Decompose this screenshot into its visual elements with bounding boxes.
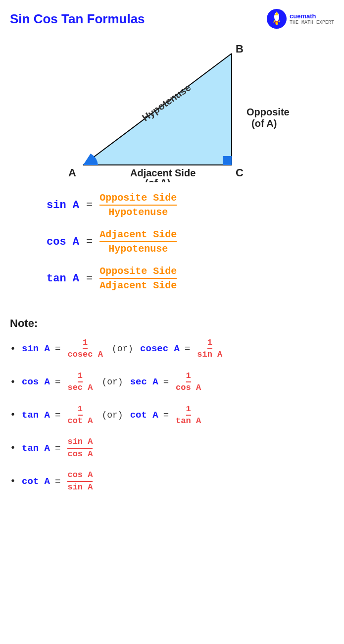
sin-lhs: sin A — [30, 199, 79, 212]
note-tan-frac: 1 cot A — [67, 404, 93, 427]
note-cot2-lhs: cot A — [22, 476, 50, 487]
bullet-2: • — [10, 376, 16, 388]
logo: cuemath THE MATH EXPERT — [267, 9, 334, 29]
note-cosec-frac: 1 sin A — [197, 338, 222, 360]
formulas-section: sin A = Opposite Side Hypotenuse cos A =… — [0, 182, 344, 312]
note-cosec-lhs: cosec A — [140, 343, 180, 354]
bullet-3: • — [10, 409, 16, 421]
note-item-tan2: • tan A = sin A cos A — [10, 437, 334, 459]
cos-fraction: Adjacent Side Hypotenuse — [99, 229, 177, 255]
note-item-cot: • cot A = cos A sin A — [10, 470, 334, 492]
note-tan-or: (or) — [101, 410, 123, 420]
note-tan-lhs: tan A — [22, 410, 50, 421]
svg-text:Adjacent Side: Adjacent Side — [130, 167, 196, 178]
formula-sin: sin A = Opposite Side Hypotenuse — [30, 192, 314, 218]
note-item-cos: • cos A = 1 sec A (or) sec A = 1 cos A — [10, 371, 334, 393]
svg-text:A: A — [68, 166, 76, 179]
note-cos-frac: 1 sec A — [67, 371, 93, 393]
note-section: Note: • sin A = 1 cosec A (or) cosec A =… — [0, 312, 344, 513]
sin-denominator: Hypotenuse — [108, 206, 168, 218]
note-tan2-lhs: tan A — [22, 443, 50, 454]
note-item-sin: • sin A = 1 cosec A (or) cosec A = 1 sin… — [10, 338, 334, 360]
note-cot-lhs: cot A — [130, 410, 158, 421]
header: Sin Cos Tan Formulas cuemath THE MATH EX… — [0, 0, 344, 34]
formula-cos: cos A = Adjacent Side Hypotenuse — [30, 229, 314, 255]
note-cos-or: (or) — [101, 377, 123, 387]
sin-equals: = — [86, 199, 93, 212]
cos-lhs: cos A — [30, 236, 79, 248]
note-cot-frac: 1 tan A — [176, 404, 201, 427]
svg-text:(of A): (of A) — [145, 177, 170, 182]
sin-numerator: Opposite Side — [99, 192, 177, 206]
note-sec-frac: 1 cos A — [176, 371, 201, 393]
tan-denominator: Adjacent Side — [99, 279, 177, 291]
note-sin-or: (or) — [112, 344, 133, 354]
bullet-5: • — [10, 476, 16, 487]
svg-point-6 — [276, 22, 278, 25]
formula-tan: tan A = Opposite Side Adjacent Side — [30, 266, 314, 291]
cuemath-logo-icon — [267, 9, 287, 29]
bullet-1: • — [10, 343, 16, 355]
note-title: Note: — [10, 317, 334, 330]
note-sin-lhs: sin A — [22, 343, 50, 354]
note-cot2-frac: cos A sin A — [67, 470, 93, 492]
cos-equals: = — [86, 236, 93, 248]
page-title: Sin Cos Tan Formulas — [10, 11, 145, 27]
tan-numerator: Opposite Side — [99, 266, 177, 279]
note-tan2-frac: sin A cos A — [67, 437, 93, 459]
svg-rect-11 — [223, 156, 232, 165]
svg-text:B: B — [236, 43, 244, 55]
svg-text:(of A): (of A) — [251, 118, 277, 129]
note-item-tan: • tan A = 1 cot A (or) cot A = 1 tan A — [10, 404, 334, 427]
cos-denominator: Hypotenuse — [108, 242, 168, 255]
tan-lhs: tan A — [30, 272, 79, 285]
note-cos-lhs: cos A — [22, 376, 50, 387]
sin-fraction: Opposite Side Hypotenuse — [99, 192, 177, 218]
note-sin-frac: 1 cosec A — [67, 338, 102, 360]
triangle-diagram: Hypotenuse A B C Opposite Side (of A) Ad… — [0, 34, 344, 182]
cos-numerator: Adjacent Side — [99, 229, 177, 242]
triangle-svg: Hypotenuse A B C Opposite Side (of A) Ad… — [53, 39, 291, 182]
logo-text-block: cuemath THE MATH EXPERT — [290, 12, 334, 26]
svg-text:C: C — [236, 166, 244, 179]
tan-fraction: Opposite Side Adjacent Side — [99, 266, 177, 291]
bullet-4: • — [10, 442, 16, 454]
note-sec-lhs: sec A — [130, 376, 158, 387]
diagram-inner: Hypotenuse A B C Opposite Side (of A) Ad… — [53, 39, 291, 182]
svg-text:Opposite Side: Opposite Side — [246, 107, 291, 117]
tan-equals: = — [86, 272, 93, 285]
logo-tagline: THE MATH EXPERT — [290, 20, 334, 25]
logo-brand: cuemath — [290, 12, 334, 20]
